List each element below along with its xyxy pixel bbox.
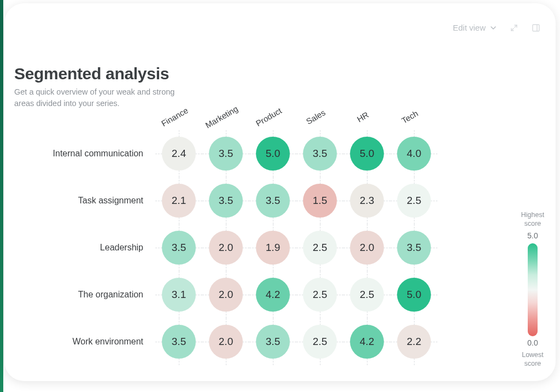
heatmap-cell[interactable]: 3.5 <box>202 177 249 224</box>
heatmap-cell[interactable]: 5.0 <box>249 130 296 177</box>
score-bubble: 2.2 <box>397 325 431 359</box>
heatmap-cell[interactable]: 3.5 <box>249 318 296 365</box>
score-bubble: 2.0 <box>209 325 243 359</box>
table-row: Work environment3.52.03.52.54.22.2 <box>14 318 468 365</box>
score-bubble: 3.5 <box>209 184 243 218</box>
chevron-down-icon <box>490 25 497 31</box>
score-bubble: 3.5 <box>209 137 243 171</box>
heatmap-cell[interactable]: 3.1 <box>155 271 202 318</box>
legend-min: 0.0 <box>527 338 538 348</box>
column-header: Tech <box>382 92 432 132</box>
svg-rect-0 <box>533 25 539 31</box>
heatmap-cell[interactable]: 2.0 <box>202 224 249 271</box>
heatmap-cell[interactable]: 2.5 <box>296 318 343 365</box>
score-bubble: 2.1 <box>162 184 196 218</box>
heatmap-cell[interactable]: 2.5 <box>296 224 343 271</box>
table-row: Task assignment2.13.53.51.52.32.5 <box>14 177 468 224</box>
table-row: Leadership3.52.01.92.52.03.5 <box>14 224 468 271</box>
score-bubble: 3.5 <box>162 325 196 359</box>
table-row: The organization3.12.04.22.52.55.0 <box>14 271 468 318</box>
score-bubble: 4.2 <box>350 325 384 359</box>
score-bubble: 5.0 <box>397 278 431 312</box>
score-bubble: 2.0 <box>209 278 243 312</box>
heatmap-cell[interactable]: 2.5 <box>343 271 390 318</box>
column-headers: Finance Marketing Product Sales HR Tech <box>14 108 468 128</box>
row-label-spacer <box>14 108 155 128</box>
heatmap-cell[interactable]: 2.4 <box>155 130 202 177</box>
heatmap-cell[interactable]: 2.1 <box>155 177 202 224</box>
heatmap-cell[interactable]: 2.5 <box>296 271 343 318</box>
legend-high-label: Highest score <box>516 211 549 228</box>
heatmap-cell[interactable]: 2.0 <box>202 271 249 318</box>
heatmap-cell[interactable]: 1.5 <box>296 177 343 224</box>
score-bubble: 3.1 <box>162 278 196 312</box>
heatmap-cell[interactable]: 2.0 <box>343 224 390 271</box>
heatmap-cell[interactable]: 3.5 <box>155 224 202 271</box>
row-label: Work environment <box>14 337 155 347</box>
column-header: Marketing <box>194 92 244 132</box>
score-bubble: 1.5 <box>303 184 337 218</box>
heatmap-cell[interactable]: 2.2 <box>390 318 438 365</box>
score-bubble: 3.5 <box>162 231 196 265</box>
score-bubble: 1.9 <box>256 231 290 265</box>
column-header: HR <box>335 92 385 132</box>
card-controls: Edit view <box>453 23 540 32</box>
score-bubble: 2.5 <box>303 325 337 359</box>
row-label: Task assignment <box>14 196 155 206</box>
score-bubble: 2.0 <box>209 231 243 265</box>
heatmap-cell[interactable]: 4.2 <box>249 271 296 318</box>
heatmap-cell[interactable]: 3.5 <box>202 130 249 177</box>
expand-icon[interactable] <box>510 24 518 32</box>
score-bubble: 5.0 <box>256 137 290 171</box>
page-subtitle: Get a quick overview of your weak and st… <box>14 86 184 109</box>
heatmap-cell[interactable]: 2.5 <box>390 177 438 224</box>
score-bubble: 3.5 <box>256 184 290 218</box>
row-label: Leadership <box>14 243 155 253</box>
score-bubble: 3.5 <box>397 231 431 265</box>
score-bubble: 4.0 <box>397 137 431 171</box>
heatmap-cell[interactable]: 1.9 <box>249 224 296 271</box>
row-label: Internal communication <box>14 149 155 159</box>
heatmap-grid: Finance Marketing Product Sales HR Tech … <box>14 108 468 365</box>
score-bubble: 2.5 <box>350 278 384 312</box>
score-bubble: 2.5 <box>303 231 337 265</box>
color-legend: Highest score 5.0 0.0 Lowest score <box>516 211 549 368</box>
panel-icon[interactable] <box>532 24 540 32</box>
column-header: Sales <box>288 92 338 132</box>
score-bubble: 3.5 <box>303 137 337 171</box>
score-bubble: 2.3 <box>350 184 384 218</box>
row-label: The organization <box>14 290 155 300</box>
left-accent-bar <box>0 0 3 392</box>
heatmap-cell[interactable]: 3.5 <box>390 224 438 271</box>
legend-max: 5.0 <box>527 231 538 241</box>
heatmap-cell[interactable]: 3.5 <box>155 318 202 365</box>
score-bubble: 2.5 <box>397 184 431 218</box>
heatmap-cell[interactable]: 3.5 <box>296 130 343 177</box>
score-bubble: 3.5 <box>256 325 290 359</box>
edit-view-label: Edit view <box>453 23 486 32</box>
title-block: Segmented analysis Get a quick overview … <box>14 65 184 109</box>
heatmap-cell[interactable]: 5.0 <box>390 271 438 318</box>
table-row: Internal communication2.43.55.03.55.04.0 <box>14 130 468 177</box>
score-bubble: 2.0 <box>350 231 384 265</box>
score-bubble: 2.4 <box>162 137 196 171</box>
heatmap-cell[interactable]: 3.5 <box>249 177 296 224</box>
legend-low-label: Lowest score <box>516 351 549 368</box>
heatmap-cell[interactable]: 2.0 <box>202 318 249 365</box>
column-header: Product <box>241 92 291 132</box>
score-bubble: 4.2 <box>256 278 290 312</box>
edit-view-dropdown[interactable]: Edit view <box>453 23 497 32</box>
heatmap-cell[interactable]: 2.3 <box>343 177 390 224</box>
legend-gradient-bar <box>528 243 538 336</box>
heatmap-cell[interactable]: 4.0 <box>390 130 438 177</box>
score-bubble: 5.0 <box>350 137 384 171</box>
page-title: Segmented analysis <box>14 65 184 83</box>
score-bubble: 2.5 <box>303 278 337 312</box>
heatmap-cell[interactable]: 5.0 <box>343 130 390 177</box>
heatmap-cell[interactable]: 4.2 <box>343 318 390 365</box>
analysis-card: Edit view Segmented analysis Get a quick… <box>4 3 556 381</box>
